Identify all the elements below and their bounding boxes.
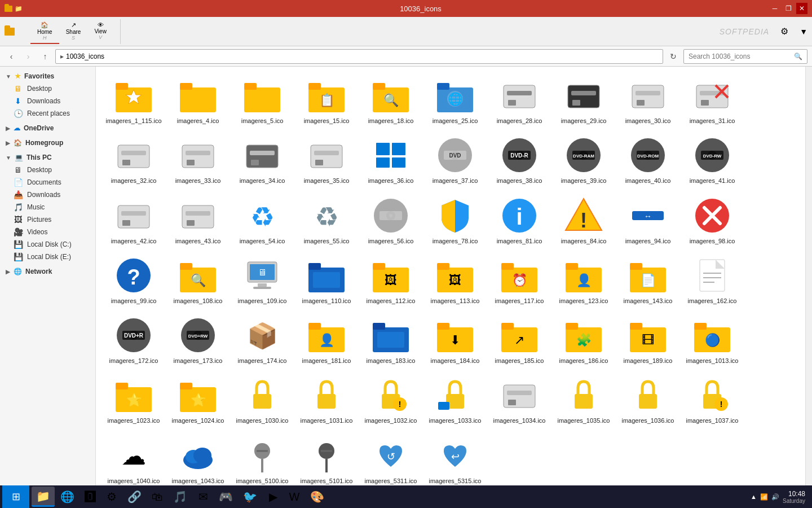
icon-item[interactable]: imageres_5101.ico (295, 431, 358, 489)
icon-item[interactable]: DVD+R imageres_172.ico (103, 311, 165, 369)
icon-item[interactable]: imageres_30.ico (617, 71, 679, 129)
taskbar-filezilla[interactable]: 🔗 (123, 487, 146, 507)
minimize-button[interactable]: ─ (769, 3, 780, 14)
icon-item[interactable]: 🎞 imageres_189.ico (617, 311, 679, 369)
icon-item[interactable]: ↗ imageres_185.ico (488, 311, 550, 369)
icon-item[interactable]: 🔍 imageres_18.ico (360, 71, 422, 129)
sidebar-header-homegroup[interactable]: ▶ 🏠 Homegroup (0, 137, 95, 149)
icon-item[interactable]: imageres_42.ico (103, 191, 165, 249)
icon-item[interactable]: DVD-R imageres_38.ico (488, 131, 550, 189)
maximize-button[interactable]: ❐ (783, 3, 794, 14)
search-input[interactable] (689, 52, 792, 60)
sidebar-item-documents[interactable]: 📄 Documents (0, 176, 95, 189)
icon-item[interactable]: ⏰ imageres_117.ico (488, 251, 550, 309)
ribbon-tab-view[interactable]: 👁 View V (87, 19, 113, 44)
icon-item[interactable]: 🔵 imageres_1013.ico (681, 311, 743, 369)
icon-item[interactable]: imageres_1043.ico (167, 431, 229, 489)
icon-item[interactable]: ↔ imageres_94.ico (617, 191, 679, 249)
icon-item[interactable]: DVD-RW imageres_41.ico (681, 131, 743, 189)
start-button[interactable]: ⊞ (2, 485, 29, 508)
icon-item[interactable]: imageres_1_115.ico (103, 71, 165, 129)
icon-item[interactable]: ↺ imageres_5311.ico (360, 431, 422, 489)
icon-item[interactable]: imageres_28.ico (488, 71, 550, 129)
taskbar-chrome[interactable]: ⚙ (102, 487, 122, 507)
refresh-button[interactable]: ↻ (667, 50, 680, 63)
taskbar-media[interactable]: ▶ (263, 487, 283, 507)
icon-item[interactable]: imageres_32.ico (103, 131, 165, 189)
icon-item[interactable]: ⭐ imageres_1024.ico (167, 371, 229, 428)
icon-item[interactable]: ♻ imageres_55.ico (295, 191, 358, 249)
search-icon[interactable]: 🔍 (794, 52, 802, 60)
icon-item[interactable]: imageres_162.ico (681, 251, 743, 309)
back-button[interactable]: ‹ (5, 50, 18, 63)
sidebar-header-onedrive[interactable]: ▶ ☁ OneDrive (0, 122, 95, 134)
icon-item[interactable]: imageres_56.ico (360, 191, 422, 249)
icon-item[interactable]: imageres_34.ico (231, 131, 293, 189)
icon-item[interactable]: imageres_1035.ico (553, 371, 615, 428)
icon-item[interactable]: ⭐ imageres_1023.ico (103, 371, 165, 428)
sidebar-item-recent[interactable]: 🕒 Recent places (0, 107, 95, 120)
sidebar-header-network[interactable]: ▶ 🌐 Network (0, 265, 95, 278)
icon-item[interactable]: imageres_5.ico (231, 71, 293, 129)
icon-item[interactable]: imageres_1036.ico (617, 371, 679, 428)
icon-item[interactable]: imageres_29.ico (553, 71, 615, 129)
icon-item[interactable]: imageres_4.ico (167, 71, 229, 129)
icon-item[interactable]: ! imageres_1032.ico (360, 371, 422, 428)
sidebar-item-downloads[interactable]: ⬇ Downloads (0, 95, 95, 107)
icon-item[interactable]: 📄 imageres_143.ico (617, 251, 679, 309)
sidebar-item-pc-desktop[interactable]: 🖥 Desktop (0, 164, 95, 176)
taskbar-ie[interactable]: 🌐 (56, 487, 79, 507)
icon-item[interactable]: 🌐 imageres_25.ico (424, 71, 486, 129)
icon-item[interactable]: ! imageres_84.ico (553, 191, 615, 249)
sidebar-header-favorites[interactable]: ▼ ★ Favorites (0, 70, 95, 82)
icon-item[interactable]: 📋 imageres_15.ico (295, 71, 358, 129)
address-path[interactable]: ▸ 10036_icons (55, 49, 663, 64)
sidebar-item-disk-e[interactable]: 💾 Local Disk (E:) (0, 251, 95, 263)
up-button[interactable]: ↑ (38, 50, 52, 63)
icon-item[interactable]: ⬇ imageres_184.ico (424, 311, 486, 369)
icon-item[interactable]: imageres_33.ico (167, 131, 229, 189)
taskbar-twitter[interactable]: 🐦 (239, 487, 262, 507)
taskbar-opera[interactable]: 🅾 (80, 487, 100, 507)
icon-item[interactable]: imageres_183.ico (360, 311, 422, 369)
taskbar-spotify[interactable]: 🎵 (169, 487, 192, 507)
icon-item[interactable]: imageres_35.ico (295, 131, 358, 189)
tray-arrow[interactable]: ▲ (751, 493, 757, 500)
sidebar-item-music[interactable]: 🎵 Music (0, 201, 95, 213)
forward-button[interactable]: › (21, 50, 35, 63)
scrollbar[interactable] (805, 67, 812, 490)
icon-item[interactable]: 🖼 imageres_112.ico (360, 251, 422, 309)
icon-item[interactable]: DVD-ROM imageres_40.ico (617, 131, 679, 189)
icon-item[interactable]: 🧩 imageres_186.ico (553, 311, 615, 369)
sidebar-item-disk-c[interactable]: 💾 Local Disk (C:) (0, 238, 95, 251)
taskbar-word[interactable]: W (284, 487, 304, 507)
sidebar-header-thispc[interactable]: ▼ 💻 This PC (0, 151, 95, 164)
icon-item[interactable]: DVD-RAM imageres_39.ico (553, 131, 615, 189)
icon-item[interactable]: imageres_1031.ico (295, 371, 358, 428)
icon-item[interactable]: imageres_1034.ico (488, 371, 550, 428)
taskbar-store[interactable]: 🛍 (147, 487, 167, 507)
tray-volume-icon[interactable]: 🔊 (771, 493, 779, 501)
icon-item[interactable]: ↩ imageres_5315.ico (424, 431, 486, 489)
icon-item[interactable]: 📦 imageres_174.ico (231, 311, 293, 369)
settings-icon[interactable]: ⚙ (780, 26, 788, 37)
sidebar-item-pictures[interactable]: 🖼 Pictures (0, 213, 95, 226)
taskbar-file-explorer[interactable]: 📁 (32, 487, 55, 507)
window-controls[interactable]: ─ ❐ ✕ (769, 3, 807, 14)
icon-item[interactable]: imageres_78.ico (424, 191, 486, 249)
taskbar-unknown1[interactable]: 🎮 (214, 487, 237, 507)
ribbon-tab-home[interactable]: 🏠 Home H (30, 19, 59, 44)
taskbar-mail[interactable]: ✉ (193, 487, 213, 507)
expand-icon[interactable]: ▼ (800, 27, 807, 36)
icon-item[interactable]: 👤 imageres_123.ico (553, 251, 615, 309)
sidebar-item-pc-downloads[interactable]: 📥 Downloads (0, 189, 95, 201)
icon-item[interactable]: imageres_36.ico (360, 131, 422, 189)
icon-item[interactable]: imageres_1033.ico (424, 371, 486, 428)
icon-item[interactable]: DVD+RW imageres_173.ico (167, 311, 229, 369)
icon-item[interactable]: 🖥 imageres_109.ico (231, 251, 293, 309)
icon-item[interactable]: ☁ imageres_1040.ico (103, 431, 165, 489)
icon-item[interactable]: DVD imageres_37.ico (424, 131, 486, 189)
close-button[interactable]: ✕ (796, 3, 807, 14)
icon-item[interactable]: imageres_5100.ico (231, 431, 293, 489)
taskbar-paint[interactable]: 🎨 (306, 487, 329, 507)
